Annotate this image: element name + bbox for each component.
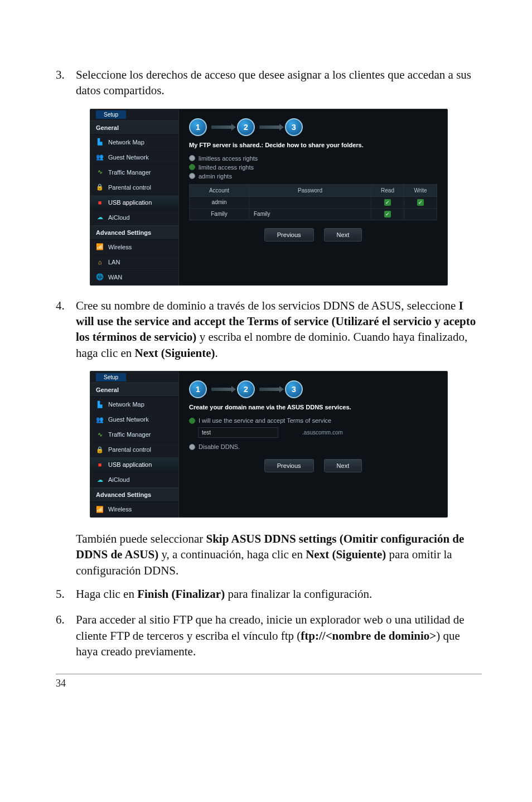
check-icon: ✓ bbox=[417, 199, 424, 206]
sidebar-item-aicloud[interactable]: ☁AiCloud bbox=[90, 210, 178, 225]
sidebar-item-parental[interactable]: 🔒Parental control bbox=[90, 442, 178, 457]
domain-input[interactable]: test bbox=[198, 427, 278, 438]
sidebar-item-wireless[interactable]: 📶Wireless bbox=[90, 240, 178, 255]
next-button[interactable]: Next bbox=[324, 228, 362, 241]
traffic-icon: ∿ bbox=[96, 431, 104, 438]
cell-account: Family bbox=[190, 208, 249, 220]
sidebar-item-lan[interactable]: ⌂LAN bbox=[90, 255, 178, 270]
sidebar-label: Traffic Manager bbox=[108, 169, 151, 176]
sidebar-item-guest-network[interactable]: 👥Guest Network bbox=[90, 150, 178, 165]
panel-title: Create your domain name via the ASUS DDN… bbox=[189, 404, 437, 410]
cell-password bbox=[249, 196, 371, 208]
cloud-icon: ☁ bbox=[96, 476, 104, 484]
sidebar-label: Guest Network bbox=[108, 154, 149, 161]
option-limitless[interactable]: limitless access rights bbox=[189, 154, 437, 163]
option-admin[interactable]: admin rights bbox=[189, 172, 437, 181]
sidebar-label: AiCloud bbox=[108, 214, 130, 221]
sidebar-item-usb-app[interactable]: ■USB application bbox=[90, 195, 178, 210]
sidebar-head-general: General bbox=[90, 383, 178, 397]
arrow-icon bbox=[259, 125, 280, 129]
step-badge-2: 2 bbox=[237, 380, 255, 398]
th-account: Account bbox=[190, 184, 249, 196]
cell-read[interactable]: ✓ bbox=[371, 196, 404, 208]
sidebar-label: LAN bbox=[108, 259, 120, 265]
bold-text: ftp://<nombre de dominio> bbox=[301, 629, 436, 642]
cell-read[interactable]: ✓ bbox=[371, 208, 404, 220]
panel-title: My FTP server is shared.: Decide how to … bbox=[189, 142, 437, 148]
step-badge-3: 3 bbox=[285, 380, 303, 398]
option-limited[interactable]: limited access rights bbox=[189, 163, 437, 172]
sidebar-item-guest-network[interactable]: 👥Guest Network bbox=[90, 412, 178, 427]
option-disable-ddns[interactable]: Disable DDNS. bbox=[189, 442, 437, 451]
step-indicator: 1 2 3 bbox=[189, 380, 437, 398]
sidebar-label: Network Map bbox=[108, 401, 144, 408]
bold-text: Next (Siguiente) bbox=[135, 346, 215, 360]
step-badge-1: 1 bbox=[189, 118, 207, 136]
netmap-icon: ▙ bbox=[96, 138, 104, 146]
text-part: para finalizar la configuración. bbox=[225, 587, 372, 601]
sidebar-label: USB application bbox=[108, 461, 152, 468]
sidebar-item-aicloud[interactable]: ☁AiCloud bbox=[90, 472, 178, 487]
step-5: 5. Haga clic en Finish (Finalizar) para … bbox=[56, 586, 482, 602]
lock-icon: 🔒 bbox=[96, 446, 104, 453]
step-text: Seleccione los derechos de acceso que de… bbox=[76, 67, 482, 99]
domain-field-row: test .asuscomm.com bbox=[189, 425, 437, 442]
radio-icon bbox=[189, 164, 195, 170]
sidebar-label: Wireless bbox=[108, 244, 132, 250]
lan-icon: ⌂ bbox=[96, 258, 104, 266]
step-number: 5. bbox=[56, 586, 70, 602]
text-part: y, a continuación, haga clic en bbox=[158, 548, 306, 561]
wifi-icon: 📶 bbox=[96, 243, 104, 251]
setup-tab[interactable]: Setup bbox=[96, 373, 126, 381]
sidebar-item-wan[interactable]: 🌐WAN bbox=[90, 270, 178, 285]
router-main: 1 2 3 My FTP server is shared.: Decide h… bbox=[179, 109, 447, 285]
router-screenshot-2: Setup General ▙Network Map 👥Guest Networ… bbox=[90, 371, 448, 518]
lock-icon: 🔒 bbox=[96, 183, 104, 191]
option-use-service[interactable]: I will use the service and accept Terms … bbox=[189, 416, 437, 425]
table-row: Family Family ✓ bbox=[190, 208, 437, 220]
sidebar-item-usb-app[interactable]: ■USB application bbox=[90, 457, 178, 472]
option-label: I will use the service and accept Terms … bbox=[199, 417, 331, 424]
guest-icon: 👥 bbox=[96, 153, 104, 161]
step-text: Cree su nombre de dominio a través de lo… bbox=[76, 298, 482, 361]
sidebar-item-parental[interactable]: 🔒Parental control bbox=[90, 180, 178, 195]
cell-write[interactable]: ✓ bbox=[404, 196, 437, 208]
cell-write[interactable] bbox=[404, 208, 437, 220]
text-part: Haga clic en bbox=[76, 587, 137, 601]
text-part: . bbox=[215, 346, 218, 360]
previous-button[interactable]: Previous bbox=[264, 228, 314, 241]
router-sidebar: Setup General ▙Network Map 👥Guest Networ… bbox=[90, 371, 179, 517]
footer-rule bbox=[56, 674, 482, 674]
arrow-icon bbox=[211, 125, 233, 129]
sidebar-label: Traffic Manager bbox=[108, 431, 151, 438]
sidebar-label: Guest Network bbox=[108, 416, 149, 423]
option-label: limited access rights bbox=[199, 164, 254, 171]
text-part: Cree su nombre de dominio a través de lo… bbox=[76, 299, 458, 312]
option-label: admin rights bbox=[199, 173, 232, 180]
step-badge-2: 2 bbox=[237, 118, 255, 136]
next-button[interactable]: Next bbox=[324, 459, 362, 472]
sidebar-label: AiCloud bbox=[108, 476, 130, 483]
bold-text: Finish (Finalizar) bbox=[137, 587, 225, 601]
bold-text: Next (Siguiente) bbox=[306, 548, 386, 561]
th-write: Write bbox=[404, 184, 437, 196]
option-label: Disable DDNS. bbox=[199, 443, 240, 450]
setup-tab[interactable]: Setup bbox=[96, 110, 126, 119]
previous-button[interactable]: Previous bbox=[264, 459, 314, 472]
sidebar-item-network-map[interactable]: ▙Network Map bbox=[90, 397, 178, 412]
radio-icon bbox=[189, 418, 195, 424]
step-number: 6. bbox=[56, 612, 70, 659]
check-icon: ✓ bbox=[384, 211, 391, 218]
radio-icon bbox=[189, 173, 195, 179]
router-screenshot-1: Setup General ▙Network Map 👥Guest Networ… bbox=[90, 109, 448, 286]
page-number: 34 bbox=[56, 678, 482, 689]
step-3: 3. Seleccione los derechos de acceso que… bbox=[56, 67, 482, 99]
sidebar-item-wireless[interactable]: 📶Wireless bbox=[90, 502, 178, 517]
document-page: 3. Seleccione los derechos de acceso que… bbox=[0, 0, 532, 706]
step-number: 4. bbox=[56, 298, 70, 361]
sidebar-head-advanced: Advanced Settings bbox=[90, 225, 178, 240]
sidebar-item-traffic-manager[interactable]: ∿Traffic Manager bbox=[90, 427, 178, 442]
sidebar-label: Parental control bbox=[108, 184, 151, 191]
sidebar-item-network-map[interactable]: ▙Network Map bbox=[90, 135, 178, 150]
sidebar-item-traffic-manager[interactable]: ∿Traffic Manager bbox=[90, 165, 178, 180]
